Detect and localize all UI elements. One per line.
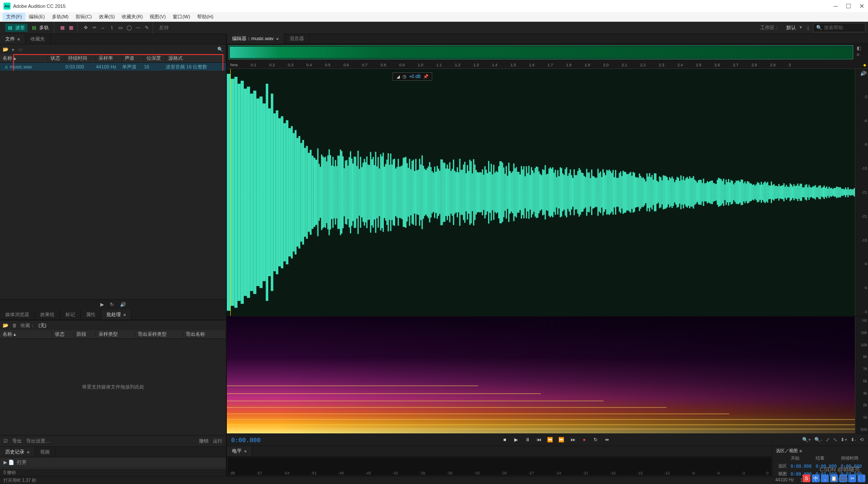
menu-view[interactable]: 视图(V) xyxy=(146,13,169,21)
col-channels[interactable]: 声道 xyxy=(122,55,144,61)
zoom-in-v-icon[interactable]: ⬍+ xyxy=(841,437,847,443)
overview-opt2-icon[interactable]: ≡ xyxy=(857,52,866,57)
files-autoplay-icon[interactable]: 🔊 xyxy=(120,302,126,307)
menu-help[interactable]: 帮助(H) xyxy=(194,13,217,21)
invert-label[interactable]: 反转 xyxy=(155,24,173,31)
razor-tool-icon[interactable]: ✂ xyxy=(91,24,98,31)
marquee-tool-icon[interactable]: ▭ xyxy=(117,24,124,31)
waveform-display[interactable]: ◢ ◷ +0 dB 📌 xyxy=(227,69,855,316)
rewind-button[interactable]: ⏪ xyxy=(547,437,554,443)
bcol-exportsample[interactable]: 导出采样类型 xyxy=(135,331,183,337)
bcol-status[interactable]: 状态 xyxy=(52,331,74,337)
col-samplerate[interactable]: 采样率 xyxy=(96,55,122,61)
menu-effects[interactable]: 效果(S) xyxy=(96,13,119,21)
workspace-selector[interactable]: 默认 xyxy=(784,24,803,32)
spectrogram-display[interactable] xyxy=(227,317,855,433)
ime-menu-icon[interactable]: ⋮⋮ xyxy=(858,474,865,482)
tab-favorites[interactable]: 收藏夹 xyxy=(25,34,51,44)
menu-edit[interactable]: 编辑(E) xyxy=(25,13,48,21)
tab-files[interactable]: 文件≡ xyxy=(0,34,25,44)
tab-mixer[interactable]: 混音器 xyxy=(284,34,310,44)
move-tool-icon[interactable]: ✥ xyxy=(82,24,89,31)
col-format[interactable]: 源格式 xyxy=(166,55,226,61)
overview-opt1-icon[interactable]: ◧ xyxy=(857,45,866,51)
record-icon[interactable]: ▭ xyxy=(18,47,23,52)
view-waveform-button[interactable]: ▤波形 xyxy=(5,24,27,32)
menu-window[interactable]: 窗口(W) xyxy=(169,13,194,21)
time-select-tool-icon[interactable]: Ⲓ xyxy=(108,24,115,31)
playhead[interactable] xyxy=(230,69,231,316)
minimize-button[interactable]: ─ xyxy=(834,3,838,10)
forward-button[interactable]: ⏩ xyxy=(558,437,565,443)
spectral-freq-icon[interactable]: ▦ xyxy=(59,24,66,31)
batch-dropzone[interactable]: 将受支持媒体文件拖放到此处 xyxy=(0,339,226,435)
close-button[interactable]: ✕ xyxy=(859,3,865,10)
menu-clip[interactable]: 剪辑(C) xyxy=(72,13,95,21)
bcol-name[interactable]: 名称 xyxy=(3,331,12,337)
zoom-sel-icon[interactable]: ⤡ xyxy=(833,437,837,443)
filter-icon[interactable]: 🔍 xyxy=(217,47,223,52)
batch-fav-value[interactable]: (无) xyxy=(38,322,46,329)
export-settings-button[interactable]: 导出设置… xyxy=(26,438,50,444)
menu-multitrack[interactable]: 多轨(M) xyxy=(48,13,72,21)
batch-run-button[interactable]: 运行 xyxy=(213,438,222,444)
pause-button[interactable]: ⏸ xyxy=(524,437,531,443)
batch-undo-button[interactable]: 撤销 xyxy=(199,438,208,444)
search-help-input[interactable]: 🔍 搜索帮助 xyxy=(813,23,865,32)
volume-hud[interactable]: ◢ ◷ +0 dB 📌 xyxy=(393,72,432,81)
batch-delete-icon[interactable]: 🗑 xyxy=(12,323,17,328)
bcol-exportname[interactable]: 导出名称 xyxy=(183,331,226,337)
timeline-ruler[interactable]: hms 0.10.20.30.40.50.60.70.80.91.01.11.2… xyxy=(227,61,868,69)
menu-favorites[interactable]: 收藏夹(R) xyxy=(118,13,146,21)
ime-voice-icon[interactable]: 🎧 xyxy=(839,474,847,482)
goto-start-button[interactable]: ⏮ xyxy=(535,437,542,443)
record-button[interactable]: ● xyxy=(581,437,588,443)
overview-waveform[interactable] xyxy=(229,45,853,59)
bcol-sampletype[interactable]: 采样类型 xyxy=(96,331,135,337)
batch-open-icon[interactable]: 📂 xyxy=(3,323,9,328)
files-loop-icon[interactable]: ↻ xyxy=(110,302,114,307)
tab-history[interactable]: 历史记录≡ xyxy=(0,447,35,457)
zoom-full-icon[interactable]: ⤢ xyxy=(826,437,830,443)
tab-effects-rack[interactable]: 效果组 xyxy=(35,310,60,320)
hud-pin-icon[interactable]: 📌 xyxy=(423,74,428,79)
skip-selection-button[interactable]: ⇹ xyxy=(603,437,610,443)
files-play-icon[interactable]: ▶ xyxy=(100,302,104,307)
ime-logo-icon[interactable]: S xyxy=(803,474,810,482)
heal-tool-icon[interactable]: ✎ xyxy=(143,24,150,31)
new-file-icon[interactable]: ▸ xyxy=(12,47,15,52)
ime-punct-icon[interactable]: ， xyxy=(821,474,829,482)
goto-end-button[interactable]: ⏭ xyxy=(569,437,576,443)
history-item[interactable]: ▶ 📄 打开 xyxy=(0,457,226,467)
col-name[interactable]: 名称 xyxy=(3,55,12,61)
tab-levels[interactable]: 电平≡ xyxy=(227,446,252,456)
view-multitrack-button[interactable]: ▤多轨 xyxy=(29,24,51,32)
channel-icon[interactable]: 🔊 xyxy=(860,71,865,76)
export-checkbox[interactable]: ☑ xyxy=(3,438,8,444)
spectral-pitch-icon[interactable]: ▩ xyxy=(68,24,75,31)
tab-batch[interactable]: 批处理≡ xyxy=(101,310,131,320)
brush-tool-icon[interactable]: 〰 xyxy=(134,24,141,31)
loop-button[interactable]: ↻ xyxy=(592,437,599,443)
bcol-stage[interactable]: 阶段 xyxy=(74,331,96,337)
file-row[interactable]: ♫music.wav 0:03.000 44100 Hz 单声道 16 波形音频… xyxy=(0,63,226,71)
slip-tool-icon[interactable]: ↔ xyxy=(99,24,106,31)
zoom-reset-icon[interactable]: ⟲ xyxy=(860,437,864,443)
play-button[interactable]: ▶ xyxy=(513,437,519,443)
col-bitdepth[interactable]: 位深度 xyxy=(144,55,166,61)
ime-input-icon[interactable]: 📋 xyxy=(830,474,838,482)
tab-editor[interactable]: 编辑器：music.wav≡ xyxy=(227,34,284,44)
open-file-icon[interactable]: 📂 xyxy=(3,47,9,52)
stop-button[interactable]: ■ xyxy=(501,437,508,443)
maximize-button[interactable]: ☐ xyxy=(846,3,851,10)
sel-start[interactable]: 0:00.000 xyxy=(789,463,813,470)
tab-properties[interactable]: 属性 xyxy=(81,310,101,320)
zoom-out-v-icon[interactable]: ⬍- xyxy=(851,437,856,443)
zoom-in-icon[interactable]: 🔍+ xyxy=(802,437,811,443)
tab-media-browser[interactable]: 媒体浏览器 xyxy=(0,310,35,320)
tab-video[interactable]: 视频 xyxy=(35,447,55,457)
timecode-display[interactable]: 0:00.000 xyxy=(231,436,310,443)
ime-tool-icon[interactable]: ✂ xyxy=(848,474,856,482)
zoom-out-icon[interactable]: 🔍- xyxy=(814,437,822,443)
ime-lang-icon[interactable]: 中 xyxy=(812,474,820,482)
